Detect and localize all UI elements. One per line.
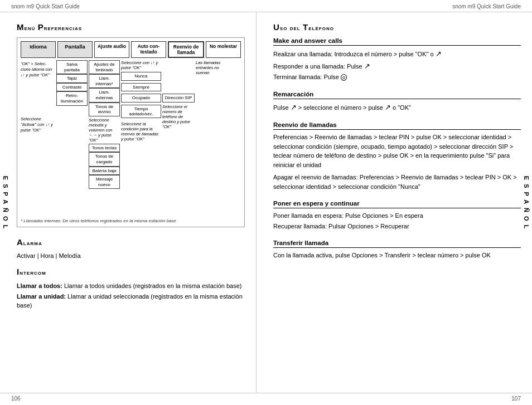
box-ocupado: Ocupado bbox=[121, 94, 161, 103]
diagram-footnote: * Llamadas internas: De otros teléfonos … bbox=[21, 218, 241, 223]
col-no-molestar: Las llamadas entrantes no suenan bbox=[196, 60, 227, 75]
box-nunca: Nunca bbox=[121, 72, 161, 81]
col-pantalla: Salva pantalla Tapiz Contraste Retro-ilu… bbox=[56, 60, 88, 106]
section-reenvio: Reenvio de llamadas Preferencias > Reenv… bbox=[273, 121, 521, 191]
menu-no-molestar: No molestar bbox=[206, 41, 241, 58]
footer-left: 106 bbox=[11, 396, 21, 402]
box-sip: Dirección SIP bbox=[162, 94, 195, 103]
alarma-section: Alarma Activar | Hora | Melodía bbox=[17, 237, 245, 259]
alarma-items: Activar | Hora | Melodía bbox=[17, 252, 245, 259]
col-reenvio: Dirección SIP Seleccione el número de te… bbox=[162, 60, 195, 129]
box-llam-externas: Llam. externas bbox=[89, 88, 120, 102]
menu-top-row: Idioma Pantalla Ajuste audio Auto con-te… bbox=[21, 41, 241, 58]
box-llam-internas: Llam. internas* bbox=[89, 74, 120, 88]
menu-ajuste: Ajuste audio bbox=[94, 41, 129, 58]
section-remarcacion: Remarcación Pulse ↗ > seleccione el núme… bbox=[273, 91, 521, 113]
page-header: snom m9 Quick Start Guide snom m9 Quick … bbox=[0, 0, 532, 12]
make-answer-line-3: Terminar llamada: Pulse o bbox=[273, 72, 521, 82]
intercom-section: Intercom Llamar a todos: Llamar a todos … bbox=[17, 267, 245, 310]
box-tiempo: Tiempo adotado/sec. bbox=[121, 105, 161, 118]
section-make-answer: Make and answer calls Realizar una llama… bbox=[273, 37, 521, 82]
box-tonos-avviso: Tonos de avviso bbox=[89, 103, 120, 116]
intercom-line-2: Llamar a unidad: Llamar a unidad selecci… bbox=[17, 292, 245, 310]
transferir-line-1: Con la llamada activa, pulse Opciones > … bbox=[273, 251, 521, 260]
right-main-title: Uso del Teléfono bbox=[273, 22, 521, 32]
section-espera-title: Poner en espera y continuar bbox=[273, 200, 521, 208]
box-contraste: Contraste bbox=[56, 83, 88, 92]
section-transferir-title: Transferir llamada bbox=[273, 240, 521, 248]
box-tapiz: Tapiz bbox=[56, 74, 88, 83]
col-idioma: "OK" > Selec-cione idioma con ↓↑ y pulse… bbox=[21, 60, 55, 133]
menu-title: Menú Preferencias bbox=[17, 22, 245, 32]
right-page: Uso del Teléfono Make and answer calls R… bbox=[257, 12, 532, 393]
espera-line-1: Poner llamada en espera: Pulse Opciones … bbox=[273, 211, 521, 221]
side-label-right: E S P A Ñ O L bbox=[523, 175, 530, 230]
intercom-line-1: Llamar a todos: Llamar a todos unidades … bbox=[17, 282, 245, 290]
menu-diagram: Idioma Pantalla Ajuste audio Auto con-te… bbox=[17, 37, 245, 227]
header-right: snom m9 Quick Start Guide bbox=[452, 3, 521, 9]
espera-line-2: Recuperar llamada: Pulsar Opciones > Rec… bbox=[273, 222, 521, 231]
make-answer-line-2: Responder a una llamada: Pulse ↗ bbox=[273, 61, 521, 72]
section-remarcacion-title: Remarcación bbox=[273, 91, 521, 99]
remarcacion-line-1: Pulse ↗ > seleccione el número > pulse ↗… bbox=[273, 102, 521, 113]
section-make-answer-title: Make and answer calls bbox=[273, 37, 521, 46]
box-mensaje: Mensaje nuevo bbox=[89, 175, 120, 189]
menu-auto: Auto con-testado bbox=[131, 41, 166, 58]
box-bateria: Batería baja bbox=[89, 167, 120, 175]
alarma-title: Alarma bbox=[17, 237, 245, 247]
section-espera: Poner en espera y continuar Poner llamad… bbox=[273, 200, 521, 231]
box-siempre: Siempre bbox=[121, 83, 161, 92]
menu-pantalla: Pantalla bbox=[57, 41, 93, 58]
menu-idioma: Idioma bbox=[21, 41, 56, 58]
section-reenvio-title: Reenvio de llamadas bbox=[273, 121, 521, 130]
reenvio-line-1: Preferencias > Reenvio de llamadas > tec… bbox=[273, 133, 521, 169]
col-ajuste: Ajustes de timbrado Llam. internas* Llam… bbox=[89, 60, 120, 189]
col-auto: Seleccione con ↓↑ y pulse "OK" Nunca Sie… bbox=[121, 60, 161, 141]
left-page: Menú Preferencias Idioma Pantalla Ajuste… bbox=[0, 12, 257, 393]
box-retro: Retro-iluminación bbox=[56, 91, 88, 105]
box-tonos-cargado: Tonos de cargado bbox=[89, 152, 120, 166]
page-footer: 106 107 bbox=[0, 393, 532, 405]
footer-right: 107 bbox=[511, 396, 521, 402]
menu-reenvio: Reenvio de llamada bbox=[168, 41, 204, 58]
intercom-title: Intercom bbox=[17, 267, 245, 276]
make-answer-line-1: Realizar una llamada: Introduzca el núme… bbox=[273, 48, 521, 60]
box-ajustes-timbrado: Ajustes de timbrado bbox=[89, 60, 120, 74]
reenvio-line-2: Apagar el reenvio de llamadas: Preferenc… bbox=[273, 173, 521, 191]
header-left: snom m9 Quick Start Guide bbox=[11, 3, 80, 9]
section-transferir: Transferir llamada Con la llamada activa… bbox=[273, 240, 521, 260]
box-salva: Salva pantalla bbox=[56, 60, 88, 74]
box-tonos-teclas: Tonos teclas bbox=[89, 144, 120, 153]
side-label-left: E S P A Ñ O L bbox=[2, 175, 9, 230]
